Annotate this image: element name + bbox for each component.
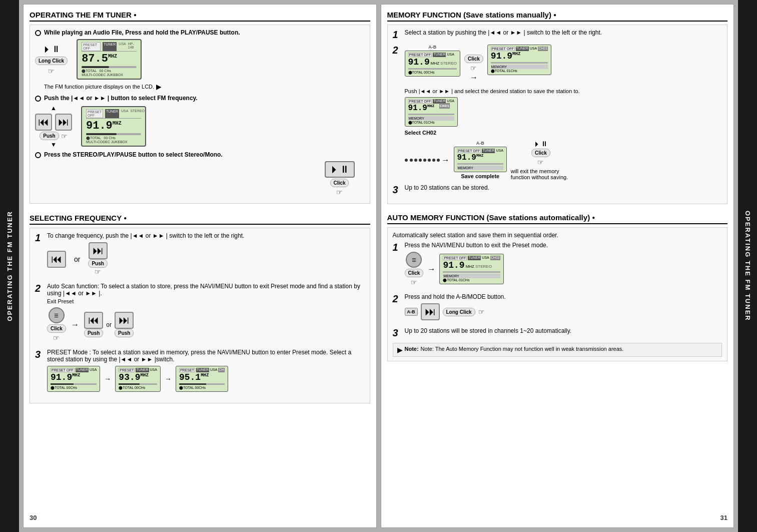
dot-2 <box>410 159 413 162</box>
lcd-mini-1-freq: 91.9MHZ <box>51 372 97 382</box>
mf-lcd2-memory: MEMORY <box>491 65 548 69</box>
lm2-preset: PRESET <box>119 368 135 372</box>
mf-click-1: Click <box>464 55 483 63</box>
mf-step2-row: A-B PRESET OFF TUNER USA 91.9 <box>405 45 722 136</box>
page-number-left: 30 <box>30 514 37 521</box>
lcd-mini-1-fill <box>51 383 74 385</box>
memory-function-section: MEMORY FUNCTION (Save stations manually)… <box>387 11 728 204</box>
hand-icon-step1: ☞ <box>95 268 101 276</box>
bullet-2-lcd: PRESET OFF TUNER USA STEREO 91.9MHZ ⬤TOT… <box>81 106 146 147</box>
mf-lcd1-bar <box>408 68 457 70</box>
dot-4 <box>419 159 422 162</box>
mf-lcd3-footer: ⬤TOTAL 01CHs <box>408 121 454 125</box>
am-lcd1-footer: ⬤TOTAL 01CHs <box>443 278 500 282</box>
mf-lcd2-area: PRESET OFF TUNER USA CH01 91.9MHZ MEMORY… <box>487 45 551 75</box>
exit-preset-label: Exit Preset <box>47 298 365 304</box>
am-navi-btn[interactable]: ☰ <box>406 252 422 268</box>
bullet-1-diagram: ⏵⏸ Long Click ☞ PRESET OFF TUNER USA HP-… <box>35 39 365 80</box>
lcd-mini-2-fill <box>119 383 140 385</box>
dot-8 <box>437 159 440 162</box>
am-step-3-text: Up to 20 stations will be stored in chan… <box>405 327 572 334</box>
dot-line <box>410 159 440 162</box>
skip-buttons-area: ▲ ⏮ ⏭ Push ☞ ▼ <box>35 105 72 148</box>
hand-icon-2: ☞ <box>61 132 68 140</box>
ab-label-2: A-B <box>476 141 484 146</box>
am-step-num-2: 2 <box>393 293 401 305</box>
mf-hand-save: ☞ <box>537 158 544 166</box>
step2-fwd-btn[interactable]: ⏭ <box>115 312 134 329</box>
lcd-mini-3: PRESET TUNER USA CH 95.1MHZ ⬤TOTAL 00CHs <box>176 366 228 392</box>
bullet-2: Push the |◄◄ or ►► | button to select FM… <box>35 95 365 102</box>
lcd-freq-2: 91.9MHZ <box>86 120 141 132</box>
mf-lcd3-memory: MEMORY <box>408 116 454 121</box>
operating-fm-tuner-section: OPERATING THE FM TUNER While playing an … <box>30 11 370 204</box>
dot-5 <box>423 159 426 162</box>
lcd-display-2: PRESET OFF TUNER USA STEREO 91.9MHZ ⬤TOT… <box>81 106 146 147</box>
lcd-mini-1-footer: ⬤TOTAL 00CHs <box>51 386 97 390</box>
am-step-1-content: Press the NAVI/MENU button to exit the P… <box>405 242 722 289</box>
step-2: 2 Auto Scan function: To select a statio… <box>35 283 365 345</box>
lcd-mini-1-header: PRESET OFF TUNER USA <box>51 368 97 372</box>
right-page-footer: 31 <box>387 514 728 521</box>
step-3: 3 PRESET Mode : To select a station save… <box>35 349 365 395</box>
step-3-content: PRESET Mode : To select a station saved … <box>47 349 365 395</box>
bullet-circle-3 <box>35 152 41 158</box>
ab-label: A-B <box>428 45 436 50</box>
mf-save-usa: USA <box>496 149 503 153</box>
mf-lcd-2: PRESET OFF TUNER USA CH01 91.9MHZ MEMORY… <box>487 45 551 75</box>
mf-step-2: 2 A-B PRESET OFF TUNER <box>393 45 722 180</box>
or-step2: or <box>106 321 112 328</box>
mf-lcd2-usa: USA <box>530 47 537 51</box>
mf-dots-area: → <box>405 156 450 165</box>
am-mode-btn[interactable]: ⏭ <box>421 303 440 320</box>
lm3-ch: CH <box>218 368 224 372</box>
mf-lcd1-freq: 91.9 <box>408 57 430 67</box>
selecting-frequency-title: SELECTING FREQUENCY <box>30 214 370 225</box>
mf-lcd2-footer: ⬤TOTAL 01CHs <box>491 69 548 73</box>
arrow-step2-1: → <box>71 320 79 329</box>
mf-save-bar <box>457 163 503 165</box>
hp148-label: HP-148 <box>128 42 137 51</box>
left-page-footer: 30 <box>30 514 370 521</box>
lcd-header-2: PRESET OFF TUNER USA STEREO <box>86 109 141 119</box>
am-lcd1-preset: PRESET OFF <box>443 256 467 260</box>
mf-lcd3-area: PRESET OFF TUNER USA 91.9MHZ CH01 MEMORY… <box>405 97 580 127</box>
lm1-tuner: TUNER <box>76 368 89 372</box>
mf-save-header: PRESET OFF TUNER USA <box>457 149 503 153</box>
step-2-text: Auto Scan function: To select a station … <box>47 283 365 297</box>
bullet-3: Press the STEREO/PLAY/PAUSE button to se… <box>35 151 365 158</box>
mf-save-memory: MEMORY <box>457 166 503 170</box>
mf-save-tuner: TUNER <box>482 149 495 153</box>
auto-memory-intro: Automatically select station and save th… <box>393 232 722 239</box>
mf-step-1: 1 Select a station by pushing the |◄◄ or… <box>393 29 722 41</box>
auto-memory-note: ▶ Note: Note: The Auto Memory Function m… <box>393 343 722 357</box>
am-lcd1-stereo: STEREO <box>475 264 492 269</box>
bullet-circle-1 <box>35 30 41 36</box>
bullet-3-text: Press the STEREO/PLAY/PAUSE button to se… <box>44 151 223 158</box>
step1-fwd-btn[interactable]: ⏭ <box>89 242 108 259</box>
mf-lcd1-footer: ⬤TOTAL 00CHs <box>408 71 457 75</box>
step1-back-btn[interactable]: ⏮ <box>47 251 66 268</box>
am-hand-1: ☞ <box>411 278 417 286</box>
page-number-right: 31 <box>720 514 727 521</box>
lcd-caption-text: The FM function picture displays on the … <box>44 84 154 90</box>
skip-back-btn[interactable]: ⏮ <box>35 114 52 131</box>
am-step-2-text: Press and hold the A-B/MODE button. <box>405 293 722 300</box>
step-1: 1 To change frequency, push the |◄◄ or ►… <box>35 232 365 279</box>
step-2-content: Auto Scan function: To select a station … <box>47 283 365 345</box>
mf-save-area: A-B PRESET OFF TUNER USA 91.9MHZ <box>454 141 507 179</box>
mf-step-3-content: Up to 20 stations can be stored. <box>405 184 722 191</box>
lcd-header-1: PRESET OFF TUNER USA HP-148 <box>82 42 137 52</box>
bullet-1-left-area: ⏵⏸ Long Click ☞ <box>35 44 68 75</box>
am-lcd1-freq-row: 91.9 MHZ STEREO <box>443 260 500 270</box>
am-lcd1-ch02: CH02 <box>490 256 500 260</box>
preset-off-2: PRESET OFF <box>86 109 103 118</box>
play-pause-btn[interactable]: ⏵⏸ <box>325 161 355 178</box>
skip-fwd-btn[interactable]: ⏭ <box>55 114 72 131</box>
mf-lcd1-unit: MHZ <box>431 61 439 66</box>
navi-menu-btn[interactable]: ☰ <box>49 307 65 323</box>
push-label-step1: Push <box>88 259 107 268</box>
step-3-lcds: PRESET OFF TUNER USA 91.9MHZ ⬤TOTAL 00CH… <box>47 366 365 392</box>
step2-back-btn[interactable]: ⏮ <box>84 312 103 329</box>
mf-play-icon: ⏵⏸ <box>534 140 548 148</box>
